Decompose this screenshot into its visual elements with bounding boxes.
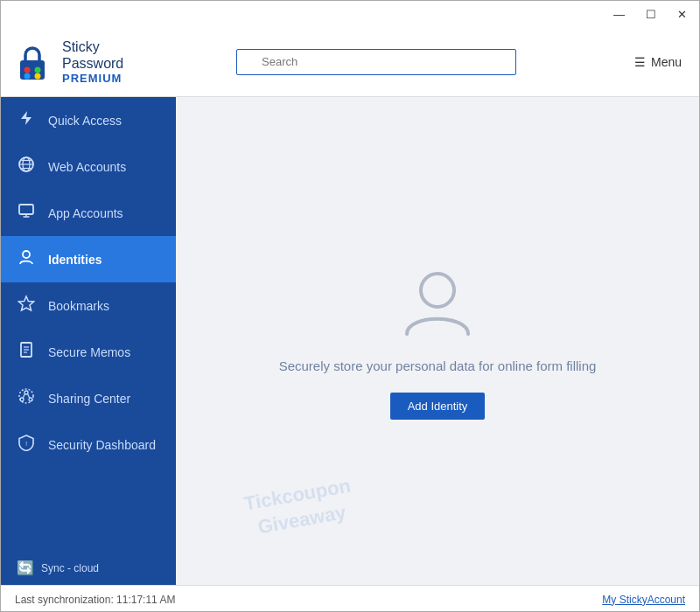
star-icon bbox=[17, 295, 36, 316]
svg-point-1 bbox=[24, 66, 31, 73]
app-name: Sticky Password bbox=[62, 38, 123, 72]
sidebar-label-bookmarks: Bookmarks bbox=[48, 299, 109, 313]
app-name-line2: Password bbox=[62, 56, 123, 71]
search-input[interactable] bbox=[236, 49, 516, 75]
premium-badge: PREMIUM bbox=[62, 72, 123, 85]
search-area: 🔍 bbox=[186, 49, 566, 75]
watermark-line1: Tickcoupon bbox=[242, 474, 353, 518]
sidebar-label-security-dashboard: Security Dashboard bbox=[48, 438, 156, 452]
svg-point-3 bbox=[24, 73, 31, 79]
sidebar-item-app-accounts[interactable]: App Accounts bbox=[1, 190, 176, 236]
logo-text: Sticky Password PREMIUM bbox=[62, 38, 123, 85]
app-name-line1: Sticky bbox=[62, 39, 100, 54]
svg-rect-0 bbox=[20, 60, 45, 80]
sync-status-text: Last synchronization: 11:17:11 AM bbox=[15, 594, 175, 606]
watermark: Tickcoupon Giveaway bbox=[242, 474, 357, 542]
svg-line-25 bbox=[28, 394, 30, 399]
lightning-icon bbox=[17, 109, 36, 131]
svg-point-23 bbox=[29, 398, 32, 401]
menu-button[interactable]: ☰ Menu bbox=[627, 52, 689, 73]
svg-point-27 bbox=[421, 274, 454, 307]
my-sticky-account-link[interactable]: My StickyAccount bbox=[602, 594, 685, 606]
logo-area: Sticky Password PREMIUM bbox=[11, 38, 186, 85]
sidebar: Quick Access Web Accounts bbox=[1, 97, 176, 585]
add-identity-button[interactable]: Add Identity bbox=[390, 393, 486, 420]
svg-point-4 bbox=[35, 73, 41, 79]
sidebar-item-web-accounts[interactable]: Web Accounts bbox=[1, 143, 176, 190]
svg-point-2 bbox=[35, 66, 41, 73]
menu-label: Menu bbox=[651, 55, 682, 69]
hamburger-icon: ☰ bbox=[634, 55, 646, 69]
shield-icon: ! bbox=[17, 434, 36, 456]
svg-point-14 bbox=[23, 251, 30, 258]
svg-text:!: ! bbox=[25, 440, 27, 448]
header: Sticky Password PREMIUM 🔍 ☰ Menu bbox=[1, 27, 699, 97]
empty-state-text: Securely store your personal data for on… bbox=[279, 358, 597, 373]
globe-icon bbox=[17, 156, 36, 177]
sidebar-item-bookmarks[interactable]: Bookmarks bbox=[1, 282, 176, 329]
close-button[interactable]: ✕ bbox=[672, 6, 692, 23]
main-layout: Quick Access Web Accounts bbox=[1, 97, 699, 585]
app-logo-icon bbox=[11, 41, 53, 83]
sidebar-label-identities: Identities bbox=[48, 253, 102, 267]
svg-point-22 bbox=[20, 398, 24, 401]
sidebar-item-sharing-center[interactable]: Sharing Center bbox=[1, 375, 176, 421]
sidebar-label-app-accounts: App Accounts bbox=[48, 206, 123, 220]
watermark-line2: Giveaway bbox=[247, 498, 357, 542]
sync-icon: 🔄 bbox=[17, 560, 34, 576]
menu-area: ☰ Menu bbox=[566, 52, 689, 73]
svg-point-21 bbox=[24, 391, 28, 394]
sidebar-item-identities[interactable]: Identities bbox=[1, 236, 176, 282]
svg-line-24 bbox=[23, 394, 24, 399]
memo-icon bbox=[17, 341, 36, 363]
title-bar: — ☐ ✕ bbox=[1, 1, 699, 27]
svg-marker-5 bbox=[21, 111, 32, 125]
empty-state-icon bbox=[398, 262, 477, 344]
status-bar: Last synchronization: 11:17:11 AM My Sti… bbox=[1, 585, 699, 612]
monitor-icon bbox=[17, 202, 36, 224]
minimize-button[interactable]: — bbox=[608, 6, 630, 23]
sidebar-label-web-accounts: Web Accounts bbox=[48, 160, 126, 174]
search-wrapper: 🔍 bbox=[236, 49, 516, 75]
sidebar-item-secure-memos[interactable]: Secure Memos bbox=[1, 329, 176, 375]
sidebar-label-secure-memos: Secure Memos bbox=[48, 345, 130, 359]
sidebar-item-quick-access[interactable]: Quick Access bbox=[1, 97, 176, 143]
sidebar-item-security-dashboard[interactable]: ! Security Dashboard bbox=[1, 421, 176, 468]
content-area: Tickcoupon Giveaway Securely store your … bbox=[176, 97, 699, 585]
sharing-icon bbox=[17, 387, 36, 409]
sidebar-label-sharing-center: Sharing Center bbox=[48, 392, 130, 406]
svg-rect-11 bbox=[19, 205, 33, 214]
maximize-button[interactable]: ☐ bbox=[640, 6, 662, 23]
sync-label: Sync - cloud bbox=[41, 562, 99, 574]
sync-bar[interactable]: 🔄 Sync - cloud bbox=[1, 551, 176, 585]
sidebar-label-quick-access: Quick Access bbox=[48, 114, 122, 128]
person-icon bbox=[17, 248, 36, 270]
svg-marker-15 bbox=[19, 296, 34, 310]
